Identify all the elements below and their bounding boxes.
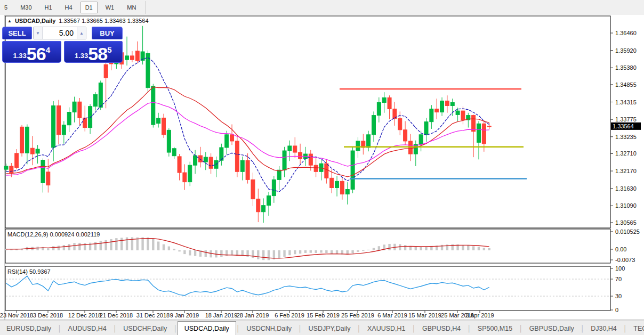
chart-symbol-label: USDCAD,Daily [15,18,55,24]
candle-body [172,149,176,156]
candle-body [15,153,19,168]
svg-text:15 Mar 2019: 15 Mar 2019 [408,312,441,318]
candle-body [404,130,407,141]
timeframe-button-w1[interactable]: W1 [101,2,119,13]
volume-input[interactable] [43,27,77,39]
tab-tech100-h1[interactable]: TECH100,H1 [627,321,644,335]
timeframe-button-5[interactable]: 5 [0,2,12,13]
macd-histogram-bar [163,244,165,250]
svg-text:21 Dec 2018: 21 Dec 2018 [100,312,133,318]
collapse-icon[interactable]: ▲ [7,19,12,23]
timeframe-button-m30[interactable]: M30 [15,2,36,13]
candle-body [194,156,197,165]
candle-body [157,118,160,124]
candle-body [330,178,334,187]
candle-body [62,125,66,135]
candle-body [299,152,302,159]
macd-histogram-bar [362,250,364,251]
tab-separator: │ [173,321,178,335]
svg-text:1.33564: 1.33564 [613,123,634,129]
svg-text:3 Apr 2019: 3 Apr 2019 [465,312,494,318]
candle-body [335,181,339,187]
candle-body [10,166,13,173]
macd-histogram-bar [315,250,317,253]
candle-body [130,56,134,60]
svg-text:1.32710: 1.32710 [615,150,637,157]
candle-body [430,109,433,122]
macd-histogram-bar [147,238,149,250]
macd-histogram-bar [268,250,270,260]
tab-gbpusd-h4[interactable]: GBPUSD,H4 [416,321,467,335]
macd-histogram-bar [100,241,102,250]
macd-histogram-bar [205,250,207,257]
candle-body [477,124,481,142]
tab-usdcad-daily[interactable]: USDCAD,Daily [178,321,236,335]
svg-text:1.33775: 1.33775 [615,116,637,122]
candle-body [440,101,444,112]
macd-histogram-bar [299,250,301,254]
tab-usdchf-daily[interactable]: USDCHF,Daily [117,321,173,335]
tab-eurusd-daily[interactable]: EURUSD,Daily [0,321,58,335]
timeframe-button-h4[interactable]: H4 [60,2,77,13]
candle-body [388,97,391,109]
tab-separator: │ [357,321,361,335]
macd-histogram-bar [478,247,480,250]
macd-histogram-bar [78,243,80,250]
tab-usdcnh-daily[interactable]: USDCNH,Daily [240,321,298,335]
buy-price-small: 1.33 [75,52,88,60]
tab-audusd-h4[interactable]: AUDUSD,H4 [62,321,113,335]
tab-sp500-m15[interactable]: SP500,M15 [471,321,519,335]
macd-histogram-bar [388,244,390,250]
volume-decrease-icon[interactable]: ▼ [34,27,43,39]
tab-dj30-h4[interactable]: DJ30,H4 [584,321,623,335]
volume-increase-icon[interactable]: ▲ [77,27,86,39]
buy-price-box[interactable]: 1.33 58 5 [64,41,123,63]
timeframe-button-d1[interactable]: D1 [80,2,98,13]
tab-separator: │ [236,321,240,335]
candle-body [293,146,297,152]
candle-body [30,148,34,154]
candle-body [262,206,265,212]
svg-text:23 Nov 2018: 23 Nov 2018 [0,312,33,318]
candle-body [445,101,449,105]
macd-histogram-bar [304,250,307,253]
candle-body [461,111,465,120]
sell-price-sup: 4 [46,45,50,54]
candle-body [309,154,312,165]
candle-body [398,119,402,130]
candle-body [382,97,386,102]
macd-histogram-bar [104,240,107,250]
candle-body [78,102,82,118]
candle-body [487,126,491,127]
macd-histogram-bar [294,250,296,254]
sell-button[interactable]: SELL [2,27,32,39]
macd-histogram-bar [152,239,154,250]
candle-body [456,111,460,115]
buy-button[interactable]: BUY [92,27,123,39]
timeframe-toolbar: 5M30H1H4D1W1MN [0,0,644,15]
macd-histogram-bar [357,250,359,252]
candle-body [283,151,286,170]
candle-body [450,102,454,105]
candle-body [345,189,349,194]
candle-body [73,102,76,112]
svg-text:100: 100 [615,265,625,272]
candle-body [93,94,97,106]
sell-price-big: 56 [27,46,46,62]
timeframe-button-mn[interactable]: MN [122,2,141,13]
macd-histogram-bar [126,238,128,250]
macd-histogram-bar [409,246,412,250]
candle-body [251,179,255,199]
candle-body [288,146,292,151]
candle-body [340,181,344,194]
tab-gbpusd-daily[interactable]: GBPUSD,Daily [523,321,581,335]
macd-histogram-bar [183,250,186,254]
sell-price-box[interactable]: 1.33 56 4 [2,41,61,63]
timeframe-button-h1[interactable]: H1 [40,2,57,13]
macd-histogram-bar [252,250,254,258]
tab-usdjpy-daily[interactable]: USDJPY,Daily [302,321,357,335]
tab-xauusd-h1[interactable]: XAUUSD,H1 [361,321,412,335]
candle-body [46,172,50,185]
svg-text:0.00: 0.00 [615,246,626,252]
macd-histogram-bar [462,245,464,250]
